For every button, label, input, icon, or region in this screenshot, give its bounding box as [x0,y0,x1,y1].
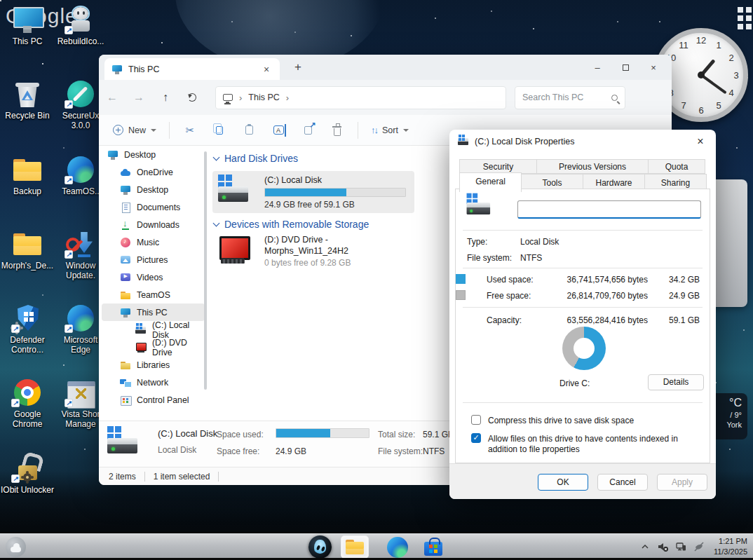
sidebar-item-network[interactable]: Network [102,374,205,391]
tab-security[interactable]: Security [459,159,537,174]
desktop-icon-this-pc[interactable]: This PC [0,4,55,46]
drive-item-dvd[interactable]: (D:) DVD Drive - Morphs_Win11_24H2 0 byt… [212,233,414,276]
desktop-icon-rebuildico[interactable]: ↗ RebuildIco... [53,4,108,46]
taskbar-clock[interactable]: 1:21 PM 11/3/2025 [714,536,747,556]
rename-icon: A [273,125,284,135]
index-checkbox[interactable] [471,433,481,443]
navigation-pane: Desktop OneDrive Desktop Documents Downl… [99,146,208,421]
dvd-drive-icon [135,342,147,353]
sidebar-item-onedrive[interactable]: OneDrive [102,163,205,181]
sidebar-item-teamos[interactable]: TeamOS [102,286,205,303]
volume-label-input[interactable] [517,200,701,219]
tab-previous-versions[interactable]: Previous Versions [536,159,649,174]
delete-button[interactable] [323,120,352,141]
new-button[interactable]: New [106,119,163,142]
cloud-icon [120,167,131,178]
drive-item-c[interactable]: (C:) Local Disk 24.9 GB free of 59.1 GB [212,171,414,213]
desktop-icon-backup[interactable]: Backup [0,154,55,196]
dialog-footer: OK Cancel Apply [449,463,716,499]
tab-general[interactable]: General [459,172,522,192]
store-icon [422,535,445,558]
sidebar-item-this-pc[interactable]: This PC [102,303,205,321]
taskbar-file-explorer[interactable] [341,535,369,559]
robot-icon: ↗ [65,4,97,35]
start-button[interactable] [308,535,332,559]
up-icon[interactable]: ↑ [152,91,179,104]
rename-button[interactable]: A [264,120,293,141]
tab-this-pc[interactable]: This PC × [104,58,280,80]
widgets-button[interactable] [6,537,26,557]
taskbar-store[interactable] [422,535,445,558]
sidebar-item-videos[interactable]: Videos [102,268,205,286]
desktop-icon-morphs-de[interactable]: Morph's_De... [0,228,55,271]
sidebar-item-downloads[interactable]: Downloads [102,216,205,233]
system-tray: 1:21 PM 11/3/2025 [639,534,747,559]
usage-bar [264,188,406,197]
breadcrumb[interactable]: › This PC › [215,86,506,109]
volume-muted-icon[interactable] [657,541,669,552]
apply-button[interactable]: Apply [657,474,707,491]
search-icon[interactable] [611,95,618,101]
chevron-right-icon: › [286,93,289,103]
sidebar-item-desktop[interactable]: Desktop [102,181,205,198]
taskbar-edge[interactable] [387,537,408,558]
sidebar-item-music[interactable]: Music [102,233,205,251]
tray-slashed-icon[interactable] [693,541,705,552]
tab-bar: This PC × + – × [99,55,672,80]
sort-button[interactable]: ↑↓ Sort [364,119,416,142]
chevron-collapse-icon[interactable] [213,219,220,226]
forward-icon[interactable]: → [126,91,152,104]
compress-checkbox[interactable] [471,415,481,425]
section-hard-disk-drives[interactable]: Hard Disk Drives [214,153,298,164]
desktop-icon-google-chrome[interactable]: ↗ Google Chrome [0,377,55,429]
ok-button[interactable]: OK [538,474,588,491]
sidebar-item-desktop-root[interactable]: Desktop [102,146,205,163]
chevron-down-icon [151,129,156,132]
desktop-icon-recycle-bin[interactable]: Recycle Bin [0,78,55,121]
minimize-button[interactable]: – [583,62,611,73]
sidebar-item-control-panel[interactable]: Control Panel [102,391,205,409]
desktop: Google This PC ↗ RebuildIco... Recycle B… [0,0,753,560]
dvd-drive-icon [217,234,249,265]
blocked-update-icon: ↗ [65,228,97,259]
new-tab-button[interactable]: + [290,60,306,74]
network-icon [120,377,131,388]
properties-dialog: (C:) Local Disk Properties × Security Pr… [449,130,716,499]
share-button[interactable] [293,120,323,141]
sidebar-item-pictures[interactable]: Pictures [102,251,205,268]
chevron-collapse-icon[interactable] [213,153,220,161]
breadcrumb-this-pc[interactable]: This PC [248,93,279,102]
tray-chevron-up-icon[interactable] [639,541,651,552]
sidebar-item-c-drive[interactable]: (C:) Local Disk [102,321,205,339]
tab-quota[interactable]: Quota [648,159,705,174]
sidebar-item-libraries[interactable]: Libraries [102,356,205,374]
copy-button[interactable] [205,120,234,141]
sidebar-item-dvd-drive[interactable]: (D:) DVD Drive [102,339,205,356]
this-pc-icon [11,4,43,35]
dialog-close-icon[interactable]: × [693,135,707,148]
refresh-icon[interactable] [188,93,196,102]
close-button[interactable]: × [639,62,667,73]
desktop-icon-iobit-unlocker[interactable]: ↗ IObit Unlocker [0,453,55,495]
network-icon[interactable] [675,541,687,552]
back-icon[interactable]: ← [99,91,126,104]
cut-button[interactable]: ✂ [175,120,205,141]
general-tab-page: Type: Local Disk File system: NTFS Used … [455,189,710,463]
tab-close-icon[interactable]: × [260,64,273,75]
desktop-icon-defender-control[interactable]: ↗ Defender Contro... [0,303,55,355]
search-box[interactable] [515,86,625,109]
section-removable-storage[interactable]: Devices with Removable Storage [214,219,369,230]
maximize-button[interactable] [611,62,639,73]
cancel-button[interactable]: Cancel [597,474,648,491]
paste-button[interactable] [234,120,264,141]
selection-count: 1 item selected [154,472,210,482]
free-space-swatch [456,290,466,300]
sidebar-item-documents[interactable]: Documents [102,198,205,216]
sidebar-scrollbar[interactable] [204,151,207,390]
monitor-icon [111,64,123,75]
items-count: 2 items [109,472,136,482]
search-input[interactable] [522,93,611,102]
share-icon [304,126,312,135]
details-button[interactable]: Details [648,374,704,390]
hard-drive-icon [466,195,491,219]
